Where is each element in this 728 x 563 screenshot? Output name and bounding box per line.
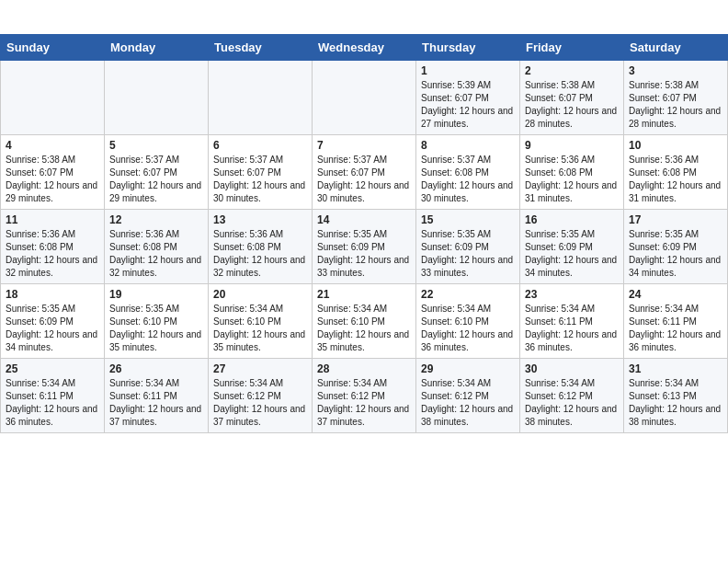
day-cell: 26Sunrise: 5:34 AM Sunset: 6:11 PM Dayli… xyxy=(105,359,209,433)
day-info: Sunrise: 5:36 AM Sunset: 6:08 PM Dayligh… xyxy=(629,154,722,205)
week-row-3: 11Sunrise: 5:36 AM Sunset: 6:08 PM Dayli… xyxy=(1,210,728,284)
day-number: 31 xyxy=(629,362,722,375)
day-number: 23 xyxy=(525,288,619,301)
day-info: Sunrise: 5:36 AM Sunset: 6:08 PM Dayligh… xyxy=(213,228,307,280)
day-info: Sunrise: 5:37 AM Sunset: 6:07 PM Dayligh… xyxy=(109,154,203,205)
day-cell: 22Sunrise: 5:34 AM Sunset: 6:10 PM Dayli… xyxy=(416,284,520,359)
day-info: Sunrise: 5:34 AM Sunset: 6:12 PM Dayligh… xyxy=(213,377,307,429)
day-number: 21 xyxy=(317,288,411,301)
day-number: 14 xyxy=(317,213,411,226)
day-cell: 6Sunrise: 5:37 AM Sunset: 6:07 PM Daylig… xyxy=(209,135,313,210)
weekday-header-tuesday: Tuesday xyxy=(209,35,313,61)
day-info: Sunrise: 5:38 AM Sunset: 6:07 PM Dayligh… xyxy=(525,79,619,131)
day-info: Sunrise: 5:35 AM Sunset: 6:09 PM Dayligh… xyxy=(317,228,411,280)
day-cell: 8Sunrise: 5:37 AM Sunset: 6:08 PM Daylig… xyxy=(416,135,520,210)
day-info: Sunrise: 5:34 AM Sunset: 6:10 PM Dayligh… xyxy=(317,303,411,354)
day-info: Sunrise: 5:37 AM Sunset: 6:07 PM Dayligh… xyxy=(317,154,411,205)
day-cell: 18Sunrise: 5:35 AM Sunset: 6:09 PM Dayli… xyxy=(1,284,105,359)
day-cell: 20Sunrise: 5:34 AM Sunset: 6:10 PM Dayli… xyxy=(209,284,313,359)
day-cell: 25Sunrise: 5:34 AM Sunset: 6:11 PM Dayli… xyxy=(1,359,105,433)
week-row-2: 4Sunrise: 5:38 AM Sunset: 6:07 PM Daylig… xyxy=(1,135,728,210)
day-info: Sunrise: 5:34 AM Sunset: 6:10 PM Dayligh… xyxy=(421,303,515,354)
day-number: 3 xyxy=(629,64,722,77)
day-number: 11 xyxy=(6,213,99,226)
day-info: Sunrise: 5:38 AM Sunset: 6:07 PM Dayligh… xyxy=(6,154,99,205)
day-number: 9 xyxy=(525,139,619,152)
day-info: Sunrise: 5:35 AM Sunset: 6:10 PM Dayligh… xyxy=(109,303,203,354)
day-cell: 1Sunrise: 5:39 AM Sunset: 6:07 PM Daylig… xyxy=(416,61,520,135)
day-info: Sunrise: 5:34 AM Sunset: 6:10 PM Dayligh… xyxy=(213,303,307,354)
day-number: 6 xyxy=(213,139,307,152)
day-number: 12 xyxy=(109,213,203,226)
day-cell: 21Sunrise: 5:34 AM Sunset: 6:10 PM Dayli… xyxy=(313,284,416,359)
day-info: Sunrise: 5:35 AM Sunset: 6:09 PM Dayligh… xyxy=(421,228,515,280)
day-cell: 23Sunrise: 5:34 AM Sunset: 6:11 PM Dayli… xyxy=(520,284,624,359)
day-info: Sunrise: 5:34 AM Sunset: 6:11 PM Dayligh… xyxy=(6,377,99,429)
day-cell xyxy=(313,61,416,135)
day-cell: 2Sunrise: 5:38 AM Sunset: 6:07 PM Daylig… xyxy=(520,61,624,135)
day-number: 26 xyxy=(109,362,203,375)
weekday-header-thursday: Thursday xyxy=(416,35,520,61)
day-info: Sunrise: 5:37 AM Sunset: 6:07 PM Dayligh… xyxy=(213,154,307,205)
day-number: 30 xyxy=(525,362,619,375)
day-number: 1 xyxy=(421,64,515,77)
day-number: 27 xyxy=(213,362,307,375)
day-number: 25 xyxy=(6,362,99,375)
day-number: 4 xyxy=(6,139,99,152)
day-number: 2 xyxy=(525,64,619,77)
day-number: 13 xyxy=(213,213,307,226)
week-row-4: 18Sunrise: 5:35 AM Sunset: 6:09 PM Dayli… xyxy=(1,284,728,359)
day-info: Sunrise: 5:37 AM Sunset: 6:08 PM Dayligh… xyxy=(421,154,515,205)
day-cell: 7Sunrise: 5:37 AM Sunset: 6:07 PM Daylig… xyxy=(313,135,416,210)
day-number: 28 xyxy=(317,362,411,375)
day-cell: 10Sunrise: 5:36 AM Sunset: 6:08 PM Dayli… xyxy=(624,135,728,210)
day-number: 8 xyxy=(421,139,515,152)
day-number: 24 xyxy=(629,288,722,301)
day-info: Sunrise: 5:34 AM Sunset: 6:12 PM Dayligh… xyxy=(421,377,515,429)
day-cell: 3Sunrise: 5:38 AM Sunset: 6:07 PM Daylig… xyxy=(624,61,728,135)
day-cell: 29Sunrise: 5:34 AM Sunset: 6:12 PM Dayli… xyxy=(416,359,520,433)
calendar-table: SundayMondayTuesdayWednesdayThursdayFrid… xyxy=(0,34,728,433)
day-number: 7 xyxy=(317,139,411,152)
day-cell: 11Sunrise: 5:36 AM Sunset: 6:08 PM Dayli… xyxy=(1,210,105,284)
day-cell xyxy=(209,61,313,135)
week-row-5: 25Sunrise: 5:34 AM Sunset: 6:11 PM Dayli… xyxy=(1,359,728,433)
day-number: 20 xyxy=(213,288,307,301)
day-cell: 24Sunrise: 5:34 AM Sunset: 6:11 PM Dayli… xyxy=(624,284,728,359)
day-number: 29 xyxy=(421,362,515,375)
day-info: Sunrise: 5:34 AM Sunset: 6:12 PM Dayligh… xyxy=(317,377,411,429)
day-number: 10 xyxy=(629,139,722,152)
day-number: 15 xyxy=(421,213,515,226)
day-cell xyxy=(105,61,209,135)
day-info: Sunrise: 5:34 AM Sunset: 6:13 PM Dayligh… xyxy=(629,377,722,429)
day-info: Sunrise: 5:35 AM Sunset: 6:09 PM Dayligh… xyxy=(629,228,722,280)
day-info: Sunrise: 5:34 AM Sunset: 6:11 PM Dayligh… xyxy=(109,377,203,429)
day-info: Sunrise: 5:34 AM Sunset: 6:12 PM Dayligh… xyxy=(525,377,619,429)
day-cell: 14Sunrise: 5:35 AM Sunset: 6:09 PM Dayli… xyxy=(313,210,416,284)
day-number: 17 xyxy=(629,213,722,226)
day-cell: 5Sunrise: 5:37 AM Sunset: 6:07 PM Daylig… xyxy=(105,135,209,210)
day-cell: 31Sunrise: 5:34 AM Sunset: 6:13 PM Dayli… xyxy=(624,359,728,433)
day-cell: 30Sunrise: 5:34 AM Sunset: 6:12 PM Dayli… xyxy=(520,359,624,433)
day-info: Sunrise: 5:39 AM Sunset: 6:07 PM Dayligh… xyxy=(421,79,515,131)
day-number: 22 xyxy=(421,288,515,301)
day-cell: 9Sunrise: 5:36 AM Sunset: 6:08 PM Daylig… xyxy=(520,135,624,210)
day-cell xyxy=(1,61,105,135)
day-cell: 15Sunrise: 5:35 AM Sunset: 6:09 PM Dayli… xyxy=(416,210,520,284)
day-number: 19 xyxy=(109,288,203,301)
day-info: Sunrise: 5:34 AM Sunset: 6:11 PM Dayligh… xyxy=(525,303,619,354)
day-info: Sunrise: 5:36 AM Sunset: 6:08 PM Dayligh… xyxy=(525,154,619,205)
week-row-1: 1Sunrise: 5:39 AM Sunset: 6:07 PM Daylig… xyxy=(1,61,728,135)
day-cell: 12Sunrise: 5:36 AM Sunset: 6:08 PM Dayli… xyxy=(105,210,209,284)
day-cell: 19Sunrise: 5:35 AM Sunset: 6:10 PM Dayli… xyxy=(105,284,209,359)
day-info: Sunrise: 5:36 AM Sunset: 6:08 PM Dayligh… xyxy=(109,228,203,280)
day-info: Sunrise: 5:36 AM Sunset: 6:08 PM Dayligh… xyxy=(6,228,99,280)
day-cell: 13Sunrise: 5:36 AM Sunset: 6:08 PM Dayli… xyxy=(209,210,313,284)
day-number: 5 xyxy=(109,139,203,152)
day-cell: 27Sunrise: 5:34 AM Sunset: 6:12 PM Dayli… xyxy=(209,359,313,433)
day-cell: 4Sunrise: 5:38 AM Sunset: 6:07 PM Daylig… xyxy=(1,135,105,210)
day-cell: 16Sunrise: 5:35 AM Sunset: 6:09 PM Dayli… xyxy=(520,210,624,284)
weekday-header-monday: Monday xyxy=(105,35,209,61)
day-info: Sunrise: 5:38 AM Sunset: 6:07 PM Dayligh… xyxy=(629,79,722,131)
page-header xyxy=(0,0,728,27)
